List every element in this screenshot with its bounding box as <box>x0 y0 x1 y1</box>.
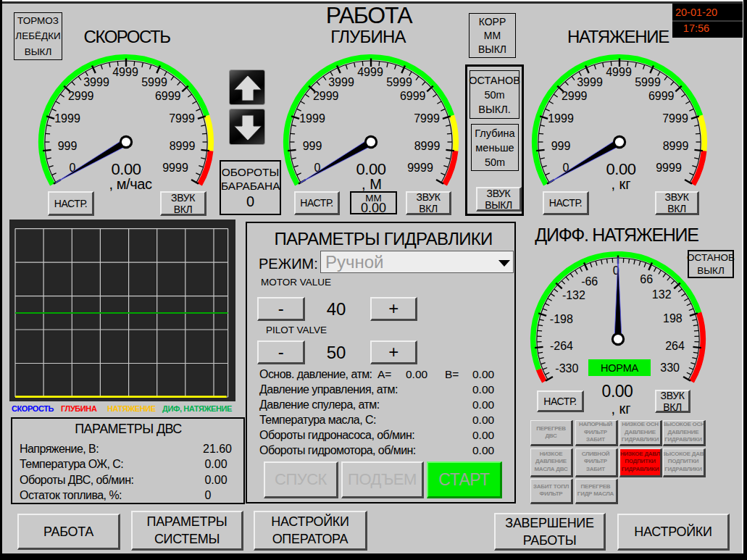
svg-text:4999: 4999 <box>606 66 632 78</box>
svg-text:6999: 6999 <box>399 90 425 102</box>
svg-text:5999: 5999 <box>141 76 167 88</box>
svg-text:1999: 1999 <box>299 112 325 125</box>
svg-text:4999: 4999 <box>357 66 383 78</box>
svg-text:6999: 6999 <box>154 90 180 102</box>
svg-text:3999: 3999 <box>577 76 603 88</box>
svg-text:2999: 2999 <box>67 90 93 102</box>
svg-text:-198: -198 <box>550 313 573 325</box>
svg-text:999: 999 <box>551 140 571 152</box>
svg-text:7999: 7999 <box>414 112 440 125</box>
svg-text:330: 330 <box>660 362 680 374</box>
svg-text:4999: 4999 <box>112 66 138 78</box>
svg-text:-66: -66 <box>581 275 598 288</box>
svg-text:9999: 9999 <box>656 162 682 174</box>
svg-text:132: 132 <box>652 288 672 301</box>
svg-text:1999: 1999 <box>54 112 80 125</box>
svg-text:3999: 3999 <box>83 76 109 88</box>
svg-text:-132: -132 <box>562 289 585 301</box>
svg-text:7999: 7999 <box>662 112 688 125</box>
svg-text:7999: 7999 <box>169 112 195 125</box>
svg-text:5999: 5999 <box>386 76 412 88</box>
svg-text:9999: 9999 <box>162 162 188 174</box>
svg-text:5999: 5999 <box>635 76 661 88</box>
svg-text:198: 198 <box>663 312 683 325</box>
svg-text:66: 66 <box>640 273 653 285</box>
svg-text:-330: -330 <box>555 362 578 375</box>
svg-text:6999: 6999 <box>648 90 675 102</box>
svg-text:8999: 8999 <box>169 140 195 152</box>
svg-text:8999: 8999 <box>663 140 689 152</box>
svg-text:264: 264 <box>665 340 685 352</box>
svg-text:2999: 2999 <box>312 90 338 102</box>
svg-text:8999: 8999 <box>414 140 440 152</box>
svg-text:999: 999 <box>302 140 322 152</box>
svg-text:1999: 1999 <box>548 112 574 125</box>
svg-text:999: 999 <box>57 140 77 152</box>
svg-text:9999: 9999 <box>407 162 433 174</box>
svg-text:2999: 2999 <box>562 90 588 102</box>
svg-text:-264: -264 <box>550 340 573 352</box>
svg-text:3999: 3999 <box>328 76 354 88</box>
